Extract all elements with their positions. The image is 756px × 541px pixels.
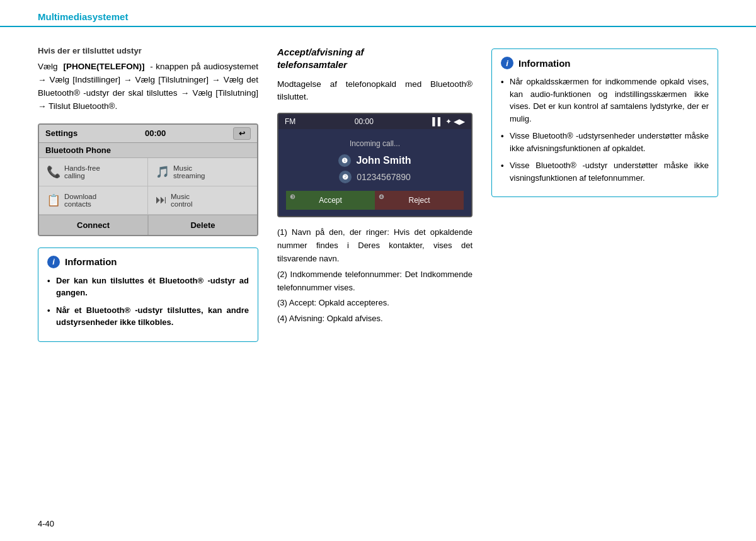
reject-label: Reject bbox=[408, 196, 430, 205]
mid-section-heading: Accept/afvisning af telefonsamtaler bbox=[277, 46, 472, 72]
arrow-3: → bbox=[212, 75, 224, 84]
device-grid-label-4: Musiccontrol bbox=[171, 193, 193, 208]
right-info-header: i Information bbox=[501, 57, 709, 69]
device-menu-row: Bluetooth Phone bbox=[39, 143, 257, 158]
middle-column: Accept/afvisning af telefonsamtaler Modt… bbox=[277, 46, 472, 342]
mid-note-1: (1) Navn på den, der ringer: Hvis det op… bbox=[277, 226, 472, 265]
call-topbar: FM 00:00 ▌▌ ✦ ◀▶ bbox=[278, 114, 471, 129]
reject-num: ❹ bbox=[379, 193, 384, 200]
intro-text-6: Vælg [Tilslutning] bbox=[192, 88, 258, 98]
right-info-item-2: Visse Bluetooth® -udstyrsenheder underst… bbox=[501, 130, 709, 154]
arrow-4: → bbox=[181, 88, 193, 98]
info-icon-right: i bbox=[501, 57, 513, 69]
call-freq: FM bbox=[285, 117, 295, 126]
music-control-icon: ⏭ bbox=[156, 193, 167, 207]
left-info-item-2: Når et Bluetooth® -udstyr tilsluttes, ka… bbox=[47, 304, 249, 329]
device-delete-button[interactable]: Delete bbox=[148, 215, 257, 235]
accept-num: ❸ bbox=[290, 193, 295, 200]
right-info-list: Når opkaldsskærmen for indkommende opkal… bbox=[501, 76, 709, 184]
call-action-buttons: ❸ Accept ❹ Reject bbox=[286, 191, 464, 210]
left-info-item-1: Der kan kun tilsluttes ét Bluetooth® -ud… bbox=[47, 275, 249, 299]
mid-note-4: (4) Afvisning: Opkald afvises. bbox=[277, 312, 472, 326]
mid-heading-line1: Accept/afvisning af bbox=[277, 47, 364, 57]
arrow-1: → bbox=[38, 75, 50, 84]
device-grid-item-3[interactable]: 📋 Downloadcontacts bbox=[39, 186, 148, 215]
phone-number-badge: ❷ bbox=[339, 171, 352, 183]
intro-text-3: Vælg [Indstillinger] bbox=[50, 75, 120, 84]
accept-call-button[interactable]: ❸ Accept bbox=[286, 191, 375, 210]
mid-intro-text: Modtagelse af telefonopkald med Bluetoot… bbox=[277, 78, 472, 105]
device-topbar-time: 00:00 bbox=[145, 128, 166, 138]
page-header: Multimediasystemet bbox=[0, 0, 756, 27]
right-info-box: i Information Når opkaldsskærmen for ind… bbox=[491, 48, 718, 197]
intro-text-vælg: Vælg bbox=[38, 62, 58, 71]
call-name-row: ❶ John Smith bbox=[286, 154, 464, 167]
phone-number: 01234567890 bbox=[357, 172, 411, 182]
mid-note-3: (3) Accept: Opkald accepteres. bbox=[277, 297, 472, 310]
right-info-item-1: Når opkaldsskærmen for indkommende opkal… bbox=[501, 76, 709, 125]
device-grid-label-2: Musicstreaming bbox=[173, 164, 205, 179]
reject-call-button[interactable]: ❹ Reject bbox=[375, 191, 464, 210]
device-connect-button[interactable]: Connect bbox=[39, 215, 148, 235]
music-streaming-icon: 🎵 bbox=[156, 165, 169, 179]
device-topbar-label: Settings bbox=[45, 128, 77, 138]
info-icon-left: i bbox=[47, 256, 60, 268]
intro-text-4: Vælg [Tilslutninger] bbox=[135, 75, 209, 84]
device-back-button[interactable]: ↩ bbox=[233, 127, 251, 140]
arrow-5: → bbox=[38, 101, 49, 111]
left-info-header: i Information bbox=[47, 256, 249, 268]
hands-free-icon: 📞 bbox=[47, 165, 60, 179]
intro-phone-bold: [PHONE(TELEFON)] bbox=[63, 62, 144, 71]
call-signal-icons: ▌▌ ✦ ◀▶ bbox=[432, 117, 465, 126]
call-incoming-label: Incoming call... bbox=[286, 139, 464, 148]
intro-text-2: - knappen på audiosystemet bbox=[150, 62, 258, 71]
call-body: Incoming call... ❶ John Smith ❷ 01234567… bbox=[278, 129, 471, 216]
header-title: Multimediasystemet bbox=[38, 11, 128, 22]
device-grid-label-1: Hands-freecalling bbox=[64, 164, 100, 179]
device-grid-item-1[interactable]: 📞 Hands-freecalling bbox=[39, 158, 148, 186]
call-screen: FM 00:00 ▌▌ ✦ ◀▶ Incoming call... ❶ John… bbox=[277, 113, 472, 217]
right-column: i Information Når opkaldsskærmen for ind… bbox=[491, 46, 718, 342]
page-footer: 4-40 bbox=[38, 519, 54, 528]
download-contacts-icon: 📋 bbox=[47, 193, 60, 207]
call-number-row: ❷ 01234567890 bbox=[286, 171, 464, 183]
device-topbar: Settings 00:00 ↩ bbox=[39, 125, 257, 143]
device-grid: 📞 Hands-freecalling 🎵 Musicstreaming 📋 D… bbox=[39, 158, 257, 215]
left-info-box: i Information Der kan kun tilsluttes ét … bbox=[38, 248, 258, 342]
main-content: Hvis der er tilsluttet udstyr Vælg [PHON… bbox=[0, 27, 756, 355]
left-info-title: Information bbox=[65, 256, 117, 267]
device-screen: Settings 00:00 ↩ Bluetooth Phone 📞 Hands… bbox=[38, 123, 258, 236]
accept-label: Accept bbox=[319, 196, 342, 205]
device-bottom-buttons: Connect Delete bbox=[39, 215, 257, 235]
mid-notes: (1) Navn på den, der ringer: Hvis det op… bbox=[277, 226, 472, 326]
device-grid-item-2[interactable]: 🎵 Musicstreaming bbox=[148, 158, 257, 186]
page-number: 4-40 bbox=[38, 519, 54, 528]
arrow-2: → bbox=[123, 75, 135, 84]
call-time: 00:00 bbox=[355, 117, 374, 126]
device-grid-label-3: Downloadcontacts bbox=[64, 193, 96, 208]
left-column: Hvis der er tilsluttet udstyr Vælg [PHON… bbox=[38, 46, 258, 342]
intro-text-7: Tilslut Bluetooth®. bbox=[49, 101, 117, 111]
right-info-item-3: Visse Bluetooth® -udstyr understøtter må… bbox=[501, 159, 709, 184]
right-info-title: Information bbox=[518, 58, 571, 69]
caller-number-badge: ❶ bbox=[338, 154, 351, 167]
device-menu-label: Bluetooth Phone bbox=[45, 145, 111, 155]
intro-paragraph: Vælg [PHONE(TELEFON)] - knappen på audio… bbox=[38, 60, 258, 113]
left-section-title: Hvis der er tilsluttet udstyr bbox=[38, 46, 258, 55]
mid-note-2: (2) Indkommende telefonnummer: Det Indko… bbox=[277, 268, 472, 295]
caller-name: John Smith bbox=[356, 155, 411, 166]
left-info-list: Der kan kun tilsluttes ét Bluetooth® -ud… bbox=[47, 275, 249, 329]
mid-heading-line2: telefonsamtaler bbox=[277, 59, 347, 70]
device-grid-item-4[interactable]: ⏭ Musiccontrol bbox=[148, 186, 257, 215]
